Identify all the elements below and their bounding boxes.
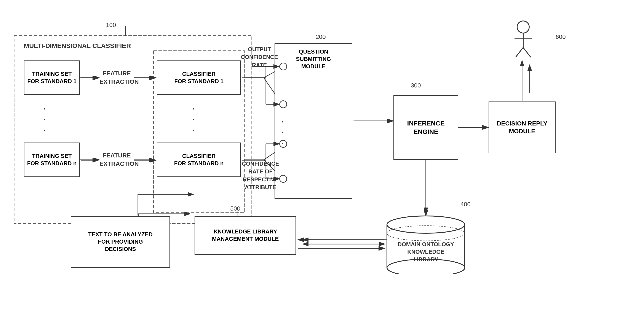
domain-ontology-cylinder: DOMAIN ONTOLOGY KNOWLEDGE LIBRARY (385, 214, 467, 274)
ref-400: 400 (460, 201, 470, 208)
training-set-1-box: TRAINING SETFOR STANDARD 1 (24, 60, 80, 95)
svg-line-28 (523, 47, 531, 57)
ellipsis-qsm: ··· (282, 117, 284, 149)
svg-point-24 (517, 21, 529, 33)
svg-line-27 (516, 47, 523, 57)
diagram-container: 100 200 300 400 500 600 MULTI-DIMENSIONA… (0, 0, 644, 314)
feature-extraction-1-label: FEATUREEXTRACTION (100, 69, 134, 86)
ellipsis-training: ··· (43, 104, 46, 136)
text-analyzed-box: TEXT TO BE ANALYZEDFOR PROVIDINGDECISION… (71, 216, 170, 268)
decision-reply-box: DECISION REPLYMODULE (488, 101, 556, 153)
output-confidence-label: OUTPUTCONFIDENCERATE (238, 45, 281, 69)
person-icon (510, 19, 536, 58)
ref-300: 300 (411, 82, 421, 89)
training-set-n-box: TRAINING SETFOR STANDARD n (24, 143, 80, 177)
svg-point-30 (387, 216, 465, 233)
ref-600: 600 (556, 33, 566, 40)
confidence-rate-label: CONFIDENCERATE OFRESPECTIVEATTRIBUTE (237, 160, 284, 191)
feature-extraction-n-label: FEATUREEXTRACTION (100, 151, 134, 168)
svg-text:LIBRARY: LIBRARY (414, 256, 438, 263)
svg-text:DOMAIN ONTOLOGY: DOMAIN ONTOLOGY (398, 241, 454, 248)
classifier-n-box: CLASSIFIERFOR STANDARD n (157, 143, 241, 177)
svg-text:KNOWLEDGE: KNOWLEDGE (407, 249, 444, 255)
circle-2 (279, 100, 287, 108)
ref-500: 500 (230, 205, 240, 212)
knowledge-library-box: KNOWLEDGE LIBRARYMANAGEMENT MODULE (194, 216, 296, 255)
ref-200: 200 (316, 33, 326, 40)
classifier-1-box: CLASSIFIERFOR STANDARD 1 (157, 60, 241, 95)
multi-dim-label: MULTI-DIMENSIONAL CLASSIFIER (24, 42, 131, 49)
ref-100: 100 (106, 21, 116, 28)
inference-engine-box: INFERENCEENGINE (394, 95, 458, 160)
ellipsis-classifier: ··· (192, 104, 194, 136)
